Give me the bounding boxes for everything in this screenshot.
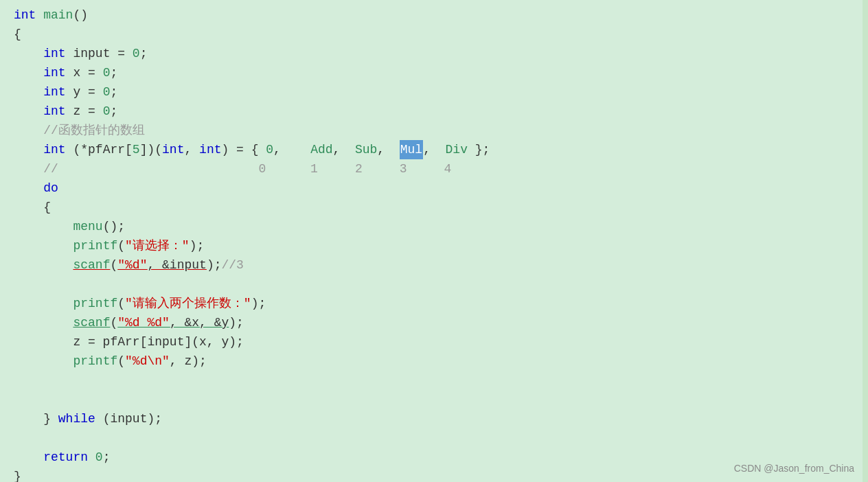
number: 5 xyxy=(133,140,140,159)
code-text: ( xyxy=(117,294,125,313)
code-line-23 xyxy=(0,428,868,448)
code-text: ); xyxy=(251,294,266,313)
code-line-2: { xyxy=(0,25,868,44)
code-text xyxy=(14,236,73,255)
code-line-1: int main() xyxy=(0,5,868,25)
keyword-while: while xyxy=(58,409,95,428)
code-text xyxy=(14,352,73,371)
code-line-13: printf("请选择："); xyxy=(0,236,868,255)
code-line-20 xyxy=(0,371,868,390)
number: 0 xyxy=(266,140,273,159)
code-text: ); xyxy=(190,236,205,255)
func-mul-highlight: Mul xyxy=(400,140,423,159)
keyword-int: int xyxy=(43,82,65,102)
code-line-16: printf("请输入两个操作数："); xyxy=(0,294,868,313)
code-text: (*pfArr[ xyxy=(66,140,133,159)
code-line-6: int z = 0; xyxy=(0,102,868,121)
code-line-7: //函数指针的数组 xyxy=(0,121,868,140)
code-text: (); xyxy=(103,217,125,236)
code-text: , xyxy=(377,140,399,159)
watermark: CSDN @Jason_from_China xyxy=(734,463,854,474)
code-text: ( xyxy=(117,352,125,371)
func-printf: printf xyxy=(73,236,117,255)
string: "请选择：" xyxy=(125,236,190,255)
code-text: ); xyxy=(229,313,244,332)
code-text: , xyxy=(184,140,199,159)
code-line-12: menu(); xyxy=(0,217,868,236)
keyword-int: int xyxy=(162,140,184,159)
keyword-return: return xyxy=(43,448,88,467)
code-text xyxy=(36,5,43,25)
code-line-17: scanf("%d %d", &x, &y); xyxy=(0,313,868,332)
code-text: , &input xyxy=(147,255,206,275)
func-div: Div xyxy=(446,140,468,159)
code-text: ( xyxy=(110,255,117,275)
code-text: ); xyxy=(207,255,222,275)
code-line-3: int input = 0; xyxy=(0,44,868,63)
code-text: , xyxy=(333,140,355,159)
code-text: , xyxy=(423,140,445,159)
code-line-5: int y = 0; xyxy=(0,82,868,102)
code-text: , z); xyxy=(170,352,207,371)
code-text: x = xyxy=(66,63,103,82)
code-text xyxy=(14,44,43,63)
code-text: } xyxy=(14,409,58,428)
code-text: ; xyxy=(110,63,117,82)
func-sub: Sub xyxy=(355,140,377,159)
code-text: } xyxy=(14,467,21,482)
code-text: input = xyxy=(66,44,133,63)
scrollbar[interactable] xyxy=(863,0,868,482)
code-line-19: printf("%d\n", z); xyxy=(0,352,868,371)
func-main: main xyxy=(43,5,73,25)
func-menu: menu xyxy=(73,217,102,236)
code-text xyxy=(14,179,43,198)
code-text: y = xyxy=(66,82,103,102)
code-text: ; xyxy=(103,448,111,467)
keyword-int: int xyxy=(199,140,221,159)
code-text: { xyxy=(14,198,51,217)
code-line-4: int x = 0; xyxy=(0,63,868,82)
comment: //3 xyxy=(222,255,244,275)
code-text xyxy=(14,159,43,179)
code-text: }; xyxy=(468,140,490,159)
code-text: () xyxy=(73,5,88,25)
code-text xyxy=(14,255,73,275)
code-text xyxy=(14,82,43,102)
code-text: (input); xyxy=(95,409,162,428)
code-editor: int main() { int input = 0; int x = 0; i… xyxy=(0,0,868,482)
func-scanf: scanf xyxy=(73,255,110,275)
code-line-22: } while (input); xyxy=(0,409,868,428)
func-add: Add xyxy=(310,140,332,159)
string: "%d\n" xyxy=(125,352,170,371)
keyword-do: do xyxy=(43,179,58,198)
keyword-int: int xyxy=(43,44,65,63)
string: "%d" xyxy=(117,255,147,275)
comment: // 0 1 2 3 4 xyxy=(43,159,451,179)
code-text: z = pfArr[input](x, y); xyxy=(14,332,244,352)
keyword-int: int xyxy=(43,140,65,159)
code-text: ])( xyxy=(140,140,162,159)
code-text xyxy=(14,140,43,159)
code-line-9: // 0 1 2 3 4 xyxy=(0,159,868,179)
code-text xyxy=(14,275,21,294)
keyword-int: int xyxy=(43,102,65,121)
code-text: ( xyxy=(110,313,117,332)
code-line-15 xyxy=(0,275,868,294)
func-printf2: printf xyxy=(73,294,117,313)
code-text: , xyxy=(273,140,310,159)
comment: //函数指针的数组 xyxy=(43,121,145,140)
code-line-14: scanf("%d", &input);//3 xyxy=(0,255,868,275)
code-line-10: do xyxy=(0,179,868,198)
keyword-int: int xyxy=(14,5,36,25)
code-text: , &x, &y xyxy=(170,313,229,332)
code-text xyxy=(14,294,73,313)
code-line-11: { xyxy=(0,198,868,217)
code-text xyxy=(14,448,43,467)
string: "请输入两个操作数：" xyxy=(125,294,251,313)
number: 0 xyxy=(133,44,140,63)
code-text: ; xyxy=(110,82,117,102)
code-line-8: int (*pfArr[5])(int, int) = { 0, Add, Su… xyxy=(0,140,868,159)
func-scanf2: scanf xyxy=(73,313,110,332)
code-text xyxy=(14,102,43,121)
code-text: ( xyxy=(117,236,125,255)
